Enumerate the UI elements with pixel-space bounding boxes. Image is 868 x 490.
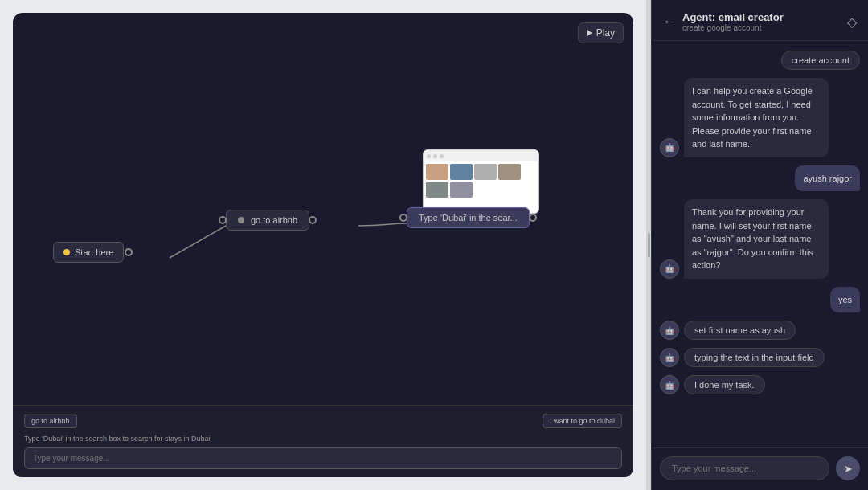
thumb-6 bbox=[450, 182, 473, 198]
canvas-bottom: go to airbnb I want to go to dubai Type … bbox=[13, 405, 633, 477]
divider-handle bbox=[648, 233, 650, 257]
canvas-panel: Play Start here go to airbnb bbox=[0, 0, 646, 490]
browser-content bbox=[424, 161, 538, 200]
mini-speech: I want to go to dubai bbox=[542, 414, 622, 428]
chat-panel: ← Agent: email creator create google acc… bbox=[651, 0, 868, 490]
play-label: Play bbox=[596, 27, 615, 39]
create-account-btn[interactable]: create account bbox=[781, 51, 860, 70]
agent-avatar-2: 🤖 bbox=[660, 138, 679, 157]
start-dot bbox=[63, 249, 70, 255]
messages-area: create account 🤖 I can help you create a… bbox=[652, 41, 868, 447]
node-type[interactable]: Type 'Dubai' in the sear... bbox=[407, 207, 530, 228]
back-button[interactable]: ← bbox=[663, 15, 676, 28]
mini-label-airbnb: go to airbnb bbox=[24, 414, 77, 428]
play-icon bbox=[587, 30, 592, 36]
type-label: Type 'Dubai' in the sear... bbox=[419, 213, 518, 223]
node-start[interactable]: Start here bbox=[53, 242, 124, 263]
agent-avatar-7: 🤖 bbox=[660, 348, 679, 367]
airbnb-dot bbox=[238, 217, 244, 223]
action-bubble-6: set first name as ayush bbox=[684, 321, 796, 340]
thumb-1 bbox=[426, 164, 448, 180]
thumb-5 bbox=[426, 182, 448, 198]
chat-header: ← Agent: email creator create google acc… bbox=[652, 0, 868, 41]
browser-dot-1 bbox=[427, 154, 431, 158]
chat-title-block: Agent: email creator create google accou… bbox=[682, 11, 784, 32]
thumb-2 bbox=[450, 164, 473, 180]
agent-bubble-2: I can help you create a Google account. … bbox=[684, 78, 829, 157]
canvas-chat-input[interactable] bbox=[24, 447, 622, 469]
chat-message-input[interactable] bbox=[660, 456, 829, 480]
agent-bubble-4: Thank you for providing your name. I wil… bbox=[684, 199, 829, 279]
type-connector-in bbox=[399, 214, 407, 222]
share-icon[interactable]: ◇ bbox=[847, 14, 857, 30]
canvas-mini-nodes: go to airbnb I want to go to dubai bbox=[24, 414, 622, 428]
node-airbnb[interactable]: go to airbnb bbox=[226, 210, 309, 231]
user-bubble-5: yes bbox=[830, 287, 860, 313]
message-row-6: 🤖 set first name as ayush bbox=[660, 321, 860, 340]
action-bubble-8: I done my task. bbox=[684, 375, 765, 394]
thumb-4 bbox=[498, 164, 521, 180]
agent-avatar-6: 🤖 bbox=[660, 321, 679, 340]
svg-line-0 bbox=[170, 226, 226, 258]
chat-input-area: ➤ bbox=[652, 447, 868, 490]
play-button[interactable]: Play bbox=[578, 22, 624, 43]
browser-preview bbox=[423, 149, 539, 214]
canvas-container: Play Start here go to airbnb bbox=[13, 13, 633, 477]
send-icon: ➤ bbox=[844, 463, 853, 475]
thumb-3 bbox=[474, 164, 497, 180]
browser-dot-2 bbox=[433, 154, 437, 158]
user-bubble-3: ayush rajgor bbox=[795, 165, 860, 192]
panel-divider[interactable] bbox=[646, 0, 651, 490]
message-row-4: 🤖 Thank you for providing your name. I w… bbox=[660, 199, 860, 279]
start-connector-out bbox=[125, 248, 133, 256]
message-row-1: create account bbox=[660, 51, 860, 70]
start-label: Start here bbox=[75, 247, 113, 257]
airbnb-connector-in bbox=[219, 216, 227, 224]
send-button[interactable]: ➤ bbox=[836, 456, 860, 480]
canvas-description: Type 'Dubai' in the search box to search… bbox=[24, 435, 622, 443]
action-bubble-7: typing the text in the input field bbox=[684, 348, 825, 367]
airbnb-connector-out bbox=[309, 216, 317, 224]
chat-header-left: ← Agent: email creator create google acc… bbox=[663, 11, 784, 32]
chat-subtitle: create google account bbox=[682, 23, 784, 32]
message-row-5: yes bbox=[660, 287, 860, 313]
message-row-3: ayush rajgor bbox=[660, 165, 860, 192]
agent-avatar-4: 🤖 bbox=[660, 259, 679, 279]
message-row-8: 🤖 I done my task. bbox=[660, 375, 860, 394]
message-row-7: 🤖 typing the text in the input field bbox=[660, 348, 860, 367]
type-connector-out bbox=[529, 214, 537, 222]
browser-topbar bbox=[424, 150, 538, 161]
agent-avatar-8: 🤖 bbox=[660, 375, 679, 394]
airbnb-label: go to airbnb bbox=[251, 215, 297, 225]
browser-dot-3 bbox=[440, 154, 444, 158]
chat-title: Agent: email creator bbox=[682, 11, 784, 23]
message-row-2: 🤖 I can help you create a Google account… bbox=[660, 78, 860, 157]
